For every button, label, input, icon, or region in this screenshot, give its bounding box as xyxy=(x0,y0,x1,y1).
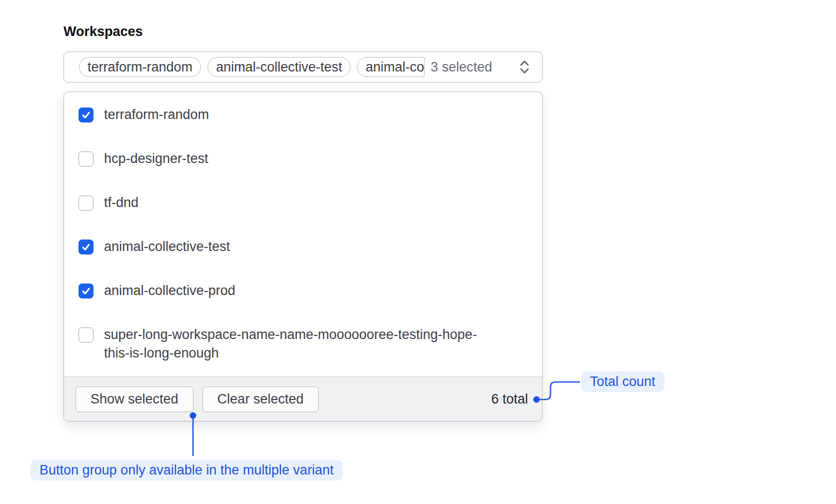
option-row[interactable]: tf-dnd xyxy=(64,180,542,224)
annotation-total-count: Total count xyxy=(581,372,664,392)
option-label: hcp-designer-test xyxy=(104,150,208,168)
check-icon xyxy=(80,109,92,121)
option-label: super-long-workspace-name-name-moooooore… xyxy=(104,326,489,362)
options-list: terraform-random hcp-designer-test tf-dn… xyxy=(64,92,542,376)
chevron-up-down-icon xyxy=(517,58,532,76)
checkbox[interactable] xyxy=(78,240,94,254)
selected-tag: animal-collective-test xyxy=(208,57,350,77)
checkbox[interactable] xyxy=(78,108,94,122)
option-label: terraform-random xyxy=(104,106,209,124)
selected-tags: terraform-randomanimal-collective-testan… xyxy=(79,57,424,77)
clear-selected-button[interactable]: Clear selected xyxy=(202,386,319,412)
selected-tag: animal-co xyxy=(357,57,424,77)
option-row[interactable]: super-long-workspace-name-name-moooooore… xyxy=(64,312,542,362)
checkbox[interactable] xyxy=(78,328,94,342)
annotation-button-group: Button group only available in the multi… xyxy=(30,460,342,480)
workspaces-label: Workspaces xyxy=(64,24,143,40)
check-icon xyxy=(80,285,92,297)
option-label: animal-collective-prod xyxy=(104,282,236,300)
check-icon xyxy=(80,241,92,253)
option-row[interactable]: hcp-designer-test xyxy=(64,136,542,180)
option-label: tf-dnd xyxy=(104,194,138,212)
option-row[interactable]: animal-collective-test xyxy=(64,224,542,268)
connector-line xyxy=(536,382,580,400)
page: Workspaces terraform-randomanimal-collec… xyxy=(0,0,836,504)
checkbox[interactable] xyxy=(78,196,94,210)
option-label: animal-collective-test xyxy=(104,238,230,256)
listbox-footer: Show selected Clear selected 6 total xyxy=(64,376,542,421)
show-selected-button[interactable]: Show selected xyxy=(76,386,194,412)
multiselect-trigger[interactable]: terraform-randomanimal-collective-testan… xyxy=(64,52,542,82)
selected-tag: terraform-random xyxy=(79,57,201,77)
option-row[interactable]: terraform-random xyxy=(64,92,542,136)
checkbox[interactable] xyxy=(78,152,94,166)
listbox: terraform-random hcp-designer-test tf-dn… xyxy=(64,92,542,422)
total-count: 6 total xyxy=(491,392,528,407)
checkbox[interactable] xyxy=(78,284,94,298)
selected-counter: 3 selected xyxy=(430,60,492,75)
option-row[interactable]: animal-collective-prod xyxy=(64,268,542,312)
